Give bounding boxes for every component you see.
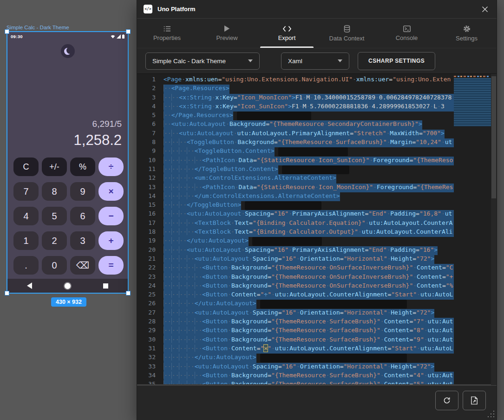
code-line: 15······</ToggleButton> (137, 201, 454, 210)
chevron-down-icon (338, 59, 342, 62)
code-line: 1<Page·xmlns:uen="using:Uno.Extensions.N… (137, 76, 454, 85)
tab-console[interactable]: Console (377, 19, 437, 48)
code-line-text: ········</um:ControlExtensions.Alternate… (164, 192, 340, 201)
terminal-icon (403, 26, 411, 32)
tab-label: Export (278, 34, 296, 41)
line-number: 18 (137, 228, 156, 237)
tab-bar: Properties Preview Export Data Context C… (137, 19, 497, 48)
nav-home-icon[interactable] (65, 283, 71, 289)
refresh-button[interactable] (435, 391, 458, 410)
gear-icon (463, 25, 471, 33)
code-line: 6··<utu:AutoLayout·Background="{ThemeRes… (137, 120, 454, 129)
export-file-button[interactable] (463, 391, 486, 410)
key-4[interactable]: 4 (13, 207, 39, 225)
tab-preview[interactable]: Preview (197, 19, 257, 48)
tab-export[interactable]: Export (257, 19, 317, 48)
code-editor[interactable]: 1<Page·xmlns:uen="using:Uno.Extensions.N… (137, 73, 497, 386)
line-number: 17 (137, 219, 156, 228)
nav-recents-icon[interactable] (103, 283, 108, 289)
key-7[interactable]: 7 (13, 182, 39, 201)
nav-back-icon[interactable] (27, 282, 32, 289)
code-line-text: ········</utu:AutoLayout> (164, 300, 256, 308)
frame-label[interactable]: Simple Calc - Dark Theme (7, 25, 69, 30)
key-⌫[interactable]: ⌫ (70, 256, 95, 275)
line-number: 10 (137, 157, 156, 165)
phone-preview-frame[interactable]: 09:30 6,291/5 1,258.2 C+/-%÷789×456−123+… (7, 31, 129, 294)
tab-label: Settings (456, 35, 478, 42)
line-number: 15 (137, 201, 156, 210)
calculator-output: 1,258.2 (74, 131, 122, 150)
window-title-bar: </> Uno Platform (137, 0, 497, 19)
code-line: 18········<TextBlock·Text="{Binding·Calc… (137, 228, 454, 237)
tab-label: Data Context (329, 35, 365, 42)
line-number: 1 (137, 76, 156, 85)
code-line: 20······<utu:AutoLayout·Spacing="16"·Pri… (137, 246, 454, 255)
code-line: 24··········<Button·Background="{ThemeRe… (137, 282, 454, 291)
code-line-text: ········<utu:AutoLayout·Spacing="16"·Ori… (164, 309, 434, 318)
moon-icon (64, 48, 71, 55)
code-line: 7····<utu:AutoLayout·utu:AutoLayout.Prim… (137, 130, 454, 138)
code-line: 25··········<Button·Content="÷"·utu:Auto… (137, 291, 454, 300)
status-icons (111, 34, 124, 39)
close-button[interactable] (480, 4, 490, 14)
csharp-settings-button[interactable]: CSHARP SETTINGS (358, 52, 435, 70)
line-number: 5 (137, 112, 156, 120)
close-icon (482, 6, 488, 13)
code-line-text: ····<x:String·x:Key="Icon_SunIcon">F1·M·… (164, 103, 454, 112)
line-number: 6 (137, 120, 156, 129)
minimap[interactable] (454, 76, 491, 126)
key-.[interactable]: . (13, 256, 39, 275)
theme-select[interactable]: Simple Calc - Dark Theme (145, 52, 260, 70)
calculator-equation: 6,291/5 (74, 118, 122, 130)
line-number: 13 (137, 184, 156, 192)
line-number: 34 (137, 372, 156, 381)
format-select[interactable]: Xaml (281, 52, 349, 70)
code-line: 8······<ToggleButton·Background="{ThemeR… (137, 138, 454, 147)
selection-handle-top-left[interactable] (5, 29, 9, 34)
code-line-text: ········<ToggleButton.Content> (164, 147, 275, 156)
line-end-block (252, 237, 322, 246)
key-+[interactable]: + (98, 231, 124, 250)
code-line-text: ··········<Button·Background="{ThemeReso… (164, 282, 454, 291)
key-8[interactable]: 8 (42, 182, 67, 201)
line-number: 33 (137, 363, 156, 372)
key-1[interactable]: 1 (13, 231, 39, 250)
key-÷[interactable]: ÷ (98, 158, 124, 176)
code-line-text: ··········<Button·Background="{ThemeReso… (164, 327, 454, 335)
key-3[interactable]: 3 (70, 231, 95, 250)
tab-properties[interactable]: Properties (137, 19, 197, 48)
key-9[interactable]: 9 (70, 182, 95, 201)
theme-toggle-button[interactable] (61, 44, 75, 58)
code-line-text: ······<utu:AutoLayout·Spacing="16"·Prima… (164, 246, 438, 255)
code-line: 5··</Page.Resources> (137, 112, 454, 120)
code-line-text: ········</utu:AutoLayout> (164, 354, 256, 362)
code-line: 32········</utu:AutoLayout> (137, 354, 454, 362)
resize-grip[interactable] (487, 410, 495, 418)
key-0[interactable]: 0 (42, 256, 67, 275)
code-line: 14········</um:ControlExtensions.Alterna… (137, 192, 454, 201)
code-line: 10··········<PathIcon·Data="{StaticResou… (137, 157, 454, 165)
key-−[interactable]: − (98, 207, 124, 225)
line-number: 22 (137, 264, 156, 273)
key-%[interactable]: % (70, 158, 95, 176)
key-×[interactable]: × (98, 182, 124, 201)
scrollbar-thumb[interactable] (491, 76, 496, 198)
code-line: 23··········<Button·Background="{ThemeRe… (137, 273, 454, 282)
selection-handle-bottom-right[interactable] (126, 291, 131, 295)
selection-handle-bottom-left[interactable] (5, 291, 9, 295)
key-5[interactable]: 5 (42, 207, 67, 225)
vertical-scrollbar[interactable] (491, 74, 497, 386)
tab-data-context[interactable]: Data Context (317, 19, 377, 48)
line-number: 9 (137, 147, 156, 156)
key-2[interactable]: 2 (42, 231, 67, 250)
selection-handle-top-right[interactable] (126, 29, 131, 34)
code-line: 21········<utu:AutoLayout·Spacing="16"·O… (137, 255, 454, 264)
key-6[interactable]: 6 (70, 207, 95, 225)
line-number: 31 (137, 345, 156, 354)
code-line: 3····<x:String·x:Key="Icon_MoonIcon">F1·… (137, 94, 454, 103)
file-export-icon (471, 396, 478, 405)
key-+/-[interactable]: +/- (42, 158, 67, 176)
tab-settings[interactable]: Settings (437, 19, 497, 48)
key-=[interactable]: = (98, 256, 124, 275)
key-C[interactable]: C (13, 158, 39, 176)
